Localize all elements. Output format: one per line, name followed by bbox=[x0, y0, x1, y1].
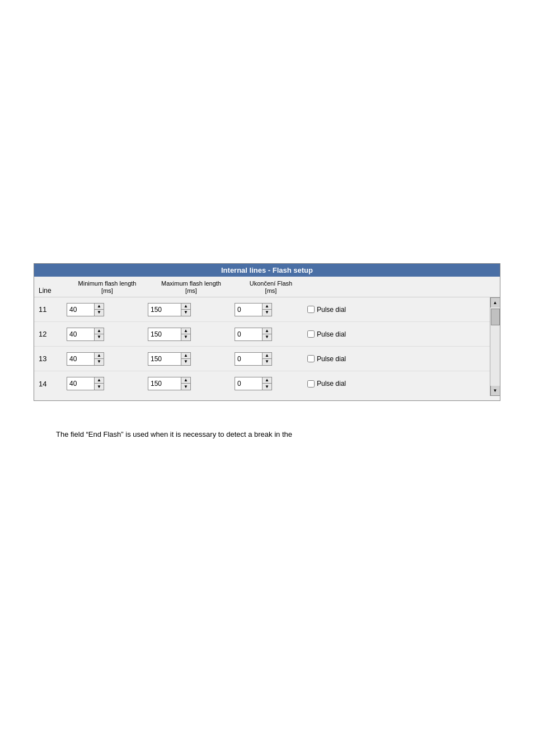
min-spinner-btns-14: ▲ ▼ bbox=[94, 377, 104, 390]
panel-content: Line Minimum flash length[ms] Maximum fl… bbox=[34, 277, 500, 400]
pulse-label-13[interactable]: Pulse dial bbox=[307, 355, 346, 363]
table-row: 11 ▲ ▼ bbox=[34, 297, 500, 322]
scrollbar[interactable]: ▲ ▼ bbox=[490, 297, 500, 396]
max-spinner-14: ▲ ▼ bbox=[148, 377, 191, 390]
max-down-btn-14[interactable]: ▼ bbox=[181, 384, 190, 390]
row-pulse-12: Pulse dial bbox=[307, 330, 495, 338]
min-down-btn-14[interactable]: ▼ bbox=[95, 384, 104, 390]
scroll-thumb[interactable] bbox=[491, 309, 500, 325]
max-down-btn-13[interactable]: ▼ bbox=[181, 359, 190, 365]
pulse-label-11[interactable]: Pulse dial bbox=[307, 306, 346, 314]
max-input-12[interactable] bbox=[148, 328, 181, 340]
min-input-11[interactable] bbox=[67, 304, 94, 316]
ukon-spinner-14: ▲ ▼ bbox=[235, 377, 272, 390]
ukon-input-13[interactable] bbox=[235, 353, 262, 365]
pulse-checkbox-12[interactable] bbox=[307, 330, 315, 338]
max-input-11[interactable] bbox=[148, 304, 181, 316]
ukon-input-11[interactable] bbox=[235, 304, 262, 316]
pulse-text-14: Pulse dial bbox=[317, 380, 346, 388]
min-up-btn-12[interactable]: ▲ bbox=[95, 328, 104, 334]
pulse-checkbox-13[interactable] bbox=[307, 355, 315, 362]
ukon-up-btn-11[interactable]: ▲ bbox=[263, 304, 271, 310]
max-spinner-btns-11: ▲ ▼ bbox=[181, 304, 190, 316]
pulse-label-12[interactable]: Pulse dial bbox=[307, 330, 346, 338]
row-ukon-14: ▲ ▼ bbox=[235, 377, 307, 390]
ukon-up-btn-14[interactable]: ▲ bbox=[263, 377, 271, 384]
ukon-up-btn-12[interactable]: ▲ bbox=[263, 328, 271, 334]
row-min-13: ▲ ▼ bbox=[67, 352, 148, 366]
line-number-12: 12 bbox=[39, 330, 46, 338]
max-up-btn-13[interactable]: ▲ bbox=[181, 353, 190, 359]
max-spinner-btns-12: ▲ ▼ bbox=[181, 328, 190, 340]
pulse-text-13: Pulse dial bbox=[317, 355, 346, 363]
ukon-spinner-btns-13: ▲ ▼ bbox=[262, 353, 271, 365]
footer-text: The field “End Flash” is used when it is… bbox=[56, 429, 478, 441]
ukon-spinner-btns-11: ▲ ▼ bbox=[262, 304, 271, 316]
table-header: Line Minimum flash length[ms] Maximum fl… bbox=[34, 277, 500, 297]
ukon-spinner-btns-14: ▲ ▼ bbox=[262, 377, 271, 390]
max-spinner-13: ▲ ▼ bbox=[148, 352, 191, 366]
row-max-12: ▲ ▼ bbox=[148, 328, 235, 341]
table-row: 14 ▲ ▼ bbox=[34, 371, 500, 396]
row-max-13: ▲ ▼ bbox=[148, 352, 235, 366]
table-body: 11 ▲ ▼ bbox=[34, 297, 500, 396]
max-input-13[interactable] bbox=[148, 353, 181, 365]
max-up-btn-11[interactable]: ▲ bbox=[181, 304, 190, 310]
min-down-btn-11[interactable]: ▼ bbox=[95, 310, 104, 316]
pulse-checkbox-14[interactable] bbox=[307, 380, 315, 388]
min-input-14[interactable] bbox=[67, 377, 94, 390]
row-ukon-11: ▲ ▼ bbox=[235, 303, 307, 316]
max-up-btn-14[interactable]: ▲ bbox=[181, 377, 190, 384]
min-down-btn-12[interactable]: ▼ bbox=[95, 334, 104, 340]
ukon-up-btn-13[interactable]: ▲ bbox=[263, 353, 271, 359]
min-spinner-btns-11: ▲ ▼ bbox=[94, 304, 104, 316]
min-spinner-btns-13: ▲ ▼ bbox=[94, 353, 104, 365]
min-spinner-12: ▲ ▼ bbox=[67, 328, 104, 341]
ukon-down-btn-12[interactable]: ▼ bbox=[263, 334, 271, 340]
min-down-btn-13[interactable]: ▼ bbox=[95, 359, 104, 365]
row-ukon-13: ▲ ▼ bbox=[235, 352, 307, 366]
line-number-14: 14 bbox=[39, 380, 46, 388]
min-spinner-14: ▲ ▼ bbox=[67, 377, 104, 390]
max-down-btn-11[interactable]: ▼ bbox=[181, 310, 190, 316]
panel-title: Internal lines - Flash setup bbox=[34, 264, 500, 277]
ukon-input-14[interactable] bbox=[235, 377, 262, 390]
ukon-down-btn-13[interactable]: ▼ bbox=[263, 359, 271, 365]
pulse-checkbox-11[interactable] bbox=[307, 306, 315, 313]
panel-wrapper: Internal lines - Flash setup Line Minimu… bbox=[34, 263, 500, 401]
max-down-btn-12[interactable]: ▼ bbox=[181, 334, 190, 340]
row-line-14: 14 bbox=[39, 380, 67, 388]
scroll-down-btn[interactable]: ▼ bbox=[490, 386, 500, 396]
pulse-text-12: Pulse dial bbox=[317, 330, 346, 338]
row-ukon-12: ▲ ▼ bbox=[235, 328, 307, 341]
min-up-btn-14[interactable]: ▲ bbox=[95, 377, 104, 384]
top-spacer bbox=[11, 11, 523, 263]
ukon-spinner-13: ▲ ▼ bbox=[235, 352, 272, 366]
pulse-text-11: Pulse dial bbox=[317, 306, 346, 314]
col-header-max: Maximum flash length[ms] bbox=[148, 280, 235, 295]
ukon-down-btn-11[interactable]: ▼ bbox=[263, 310, 271, 316]
max-spinner-12: ▲ ▼ bbox=[148, 328, 191, 341]
min-up-btn-11[interactable]: ▲ bbox=[95, 304, 104, 310]
max-up-btn-12[interactable]: ▲ bbox=[181, 328, 190, 334]
min-up-btn-13[interactable]: ▲ bbox=[95, 353, 104, 359]
ukon-spinner-11: ▲ ▼ bbox=[235, 303, 272, 316]
ukon-input-12[interactable] bbox=[235, 328, 262, 340]
col-header-min: Minimum flash length[ms] bbox=[67, 280, 148, 295]
row-min-14: ▲ ▼ bbox=[67, 377, 148, 390]
row-pulse-14: Pulse dial bbox=[307, 380, 495, 388]
scroll-up-btn[interactable]: ▲ bbox=[490, 297, 500, 307]
ukon-spinner-btns-12: ▲ ▼ bbox=[262, 328, 271, 340]
max-input-14[interactable] bbox=[148, 377, 181, 390]
footer-paragraph: The field “End Flash” is used when it is… bbox=[56, 430, 292, 438]
row-min-12: ▲ ▼ bbox=[67, 328, 148, 341]
col-line-label: Line bbox=[39, 287, 51, 295]
col-header-ukon: Ukončení Flash[ms] bbox=[235, 280, 307, 295]
table-row: 12 ▲ ▼ bbox=[34, 322, 500, 347]
min-input-12[interactable] bbox=[67, 328, 94, 340]
min-input-13[interactable] bbox=[67, 353, 94, 365]
page-container: Internal lines - Flash setup Line Minimu… bbox=[0, 0, 534, 756]
row-line-11: 11 bbox=[39, 305, 67, 314]
pulse-label-14[interactable]: Pulse dial bbox=[307, 380, 346, 388]
ukon-down-btn-14[interactable]: ▼ bbox=[263, 384, 271, 390]
